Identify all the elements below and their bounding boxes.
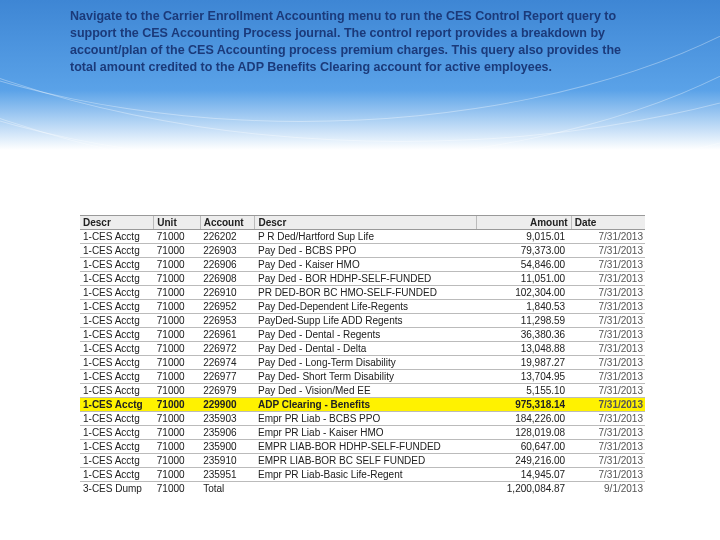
cell-descr2: Pay Ded - Long-Term Disability xyxy=(255,356,476,370)
cell-unit: 71000 xyxy=(154,440,200,454)
cell-unit: 71000 xyxy=(154,258,200,272)
cell-amount: 14,945.07 xyxy=(476,468,571,482)
instruction-callout: Navigate to the Carrier Enrollment Accou… xyxy=(70,8,650,76)
cell-unit: 71000 xyxy=(154,412,200,426)
table-row: 1-CES Acctg71000226910PR DED-BOR BC HMO-… xyxy=(80,286,645,300)
cell-descr2: Pay Ded- Short Term Disability xyxy=(255,370,476,384)
cell-descr1: 1-CES Acctg xyxy=(80,356,154,370)
cell-unit: 71000 xyxy=(154,454,200,468)
cell-account: 229900 xyxy=(200,398,255,412)
cell-amount: 60,647.00 xyxy=(476,440,571,454)
table-row: 1-CES Acctg71000235903Empr PR Liab - BCB… xyxy=(80,412,645,426)
cell-account: 226202 xyxy=(200,230,255,244)
cell-descr2: PayDed-Supp Life ADD Regents xyxy=(255,314,476,328)
cell-unit: 71000 xyxy=(154,272,200,286)
table-row: 1-CES Acctg71000226953PayDed-Supp Life A… xyxy=(80,314,645,328)
cell-amount: 1,200,084.87 xyxy=(476,482,571,496)
cell-descr1: 1-CES Acctg xyxy=(80,244,154,258)
table-row: 1-CES Acctg71000226977Pay Ded- Short Ter… xyxy=(80,370,645,384)
cell-descr2: Pay Ded - Kaiser HMO xyxy=(255,258,476,272)
cell-unit: 71000 xyxy=(154,482,200,496)
cell-account: 226906 xyxy=(200,258,255,272)
cell-date: 7/31/2013 xyxy=(571,230,645,244)
table-row: 1-CES Acctg71000235910EMPR LIAB-BOR BC S… xyxy=(80,454,645,468)
table-row: 1-CES Acctg71000235906Empr PR Liab - Kai… xyxy=(80,426,645,440)
control-report-table: Descr Unit Account Descr Amount Date 1-C… xyxy=(80,215,645,495)
cell-unit: 71000 xyxy=(154,300,200,314)
cell-descr2: Pay Ded - Vision/Med EE xyxy=(255,384,476,398)
cell-descr1: 1-CES Acctg xyxy=(80,272,154,286)
cell-account: 226908 xyxy=(200,272,255,286)
cell-descr2 xyxy=(255,482,476,496)
cell-unit: 71000 xyxy=(154,398,200,412)
cell-date: 7/31/2013 xyxy=(571,244,645,258)
cell-descr1: 1-CES Acctg xyxy=(80,370,154,384)
cell-date: 7/31/2013 xyxy=(571,286,645,300)
table-row: 1-CES Acctg71000235951Empr PR Liab-Basic… xyxy=(80,468,645,482)
cell-descr2: Empr PR Liab - BCBS PPO xyxy=(255,412,476,426)
cell-descr1: 1-CES Acctg xyxy=(80,426,154,440)
cell-account: 226977 xyxy=(200,370,255,384)
cell-descr1: 1-CES Acctg xyxy=(80,258,154,272)
cell-descr2: Empr PR Liab - Kaiser HMO xyxy=(255,426,476,440)
cell-amount: 13,704.95 xyxy=(476,370,571,384)
cell-amount: 19,987.27 xyxy=(476,356,571,370)
cell-account: 235951 xyxy=(200,468,255,482)
cell-unit: 71000 xyxy=(154,356,200,370)
cell-descr1: 1-CES Acctg xyxy=(80,342,154,356)
cell-amount: 5,155.10 xyxy=(476,384,571,398)
cell-account: 235900 xyxy=(200,440,255,454)
cell-account: 226903 xyxy=(200,244,255,258)
cell-date: 7/31/2013 xyxy=(571,272,645,286)
table-header-row: Descr Unit Account Descr Amount Date xyxy=(80,216,645,230)
cell-unit: 71000 xyxy=(154,426,200,440)
cell-date: 7/31/2013 xyxy=(571,454,645,468)
cell-descr1: 1-CES Acctg xyxy=(80,398,154,412)
cell-descr1: 1-CES Acctg xyxy=(80,328,154,342)
cell-account: 235910 xyxy=(200,454,255,468)
cell-date: 7/31/2013 xyxy=(571,342,645,356)
cell-descr2: Empr PR Liab-Basic Life-Regent xyxy=(255,468,476,482)
col-header-amount: Amount xyxy=(476,216,571,230)
cell-descr1: 1-CES Acctg xyxy=(80,384,154,398)
cell-descr1: 3-CES Dump xyxy=(80,482,154,496)
cell-date: 7/31/2013 xyxy=(571,356,645,370)
cell-unit: 71000 xyxy=(154,230,200,244)
col-header-descr1: Descr xyxy=(80,216,154,230)
cell-descr2: Pay Ded - BOR HDHP-SELF-FUNDED xyxy=(255,272,476,286)
col-header-date: Date xyxy=(571,216,645,230)
cell-descr1: 1-CES Acctg xyxy=(80,454,154,468)
cell-date: 7/31/2013 xyxy=(571,398,645,412)
cell-date: 9/1/2013 xyxy=(571,482,645,496)
cell-date: 7/31/2013 xyxy=(571,426,645,440)
cell-amount: 975,318.14 xyxy=(476,398,571,412)
table-row: 1-CES Acctg71000226974Pay Ded - Long-Ter… xyxy=(80,356,645,370)
cell-account: 226952 xyxy=(200,300,255,314)
cell-account: 226961 xyxy=(200,328,255,342)
table-row: 1-CES Acctg71000226908Pay Ded - BOR HDHP… xyxy=(80,272,645,286)
cell-account: 226953 xyxy=(200,314,255,328)
cell-amount: 1,840.53 xyxy=(476,300,571,314)
table-row: 1-CES Acctg71000226202P R Ded/Hartford S… xyxy=(80,230,645,244)
table-row: 1-CES Acctg71000226903Pay Ded - BCBS PPO… xyxy=(80,244,645,258)
table-row: 1-CES Acctg71000226979Pay Ded - Vision/M… xyxy=(80,384,645,398)
cell-descr1: 1-CES Acctg xyxy=(80,314,154,328)
cell-unit: 71000 xyxy=(154,370,200,384)
cell-date: 7/31/2013 xyxy=(571,440,645,454)
cell-date: 7/31/2013 xyxy=(571,384,645,398)
cell-amount: 11,051.00 xyxy=(476,272,571,286)
cell-descr2: EMPR LIAB-BOR HDHP-SELF-FUNDED xyxy=(255,440,476,454)
table-row: 1-CES Acctg71000235900EMPR LIAB-BOR HDHP… xyxy=(80,440,645,454)
cell-date: 7/31/2013 xyxy=(571,412,645,426)
cell-descr1: 1-CES Acctg xyxy=(80,412,154,426)
cell-descr2: Pay Ded-Dependent Life-Regents xyxy=(255,300,476,314)
cell-date: 7/31/2013 xyxy=(571,370,645,384)
cell-descr1: 1-CES Acctg xyxy=(80,230,154,244)
cell-date: 7/31/2013 xyxy=(571,258,645,272)
col-header-account: Account xyxy=(200,216,255,230)
cell-unit: 71000 xyxy=(154,286,200,300)
cell-date: 7/31/2013 xyxy=(571,328,645,342)
table-row: 3-CES Dump71000Total1,200,084.879/1/2013 xyxy=(80,482,645,496)
cell-amount: 36,380.36 xyxy=(476,328,571,342)
table-row: 1-CES Acctg71000229900ADP Clearing - Ben… xyxy=(80,398,645,412)
